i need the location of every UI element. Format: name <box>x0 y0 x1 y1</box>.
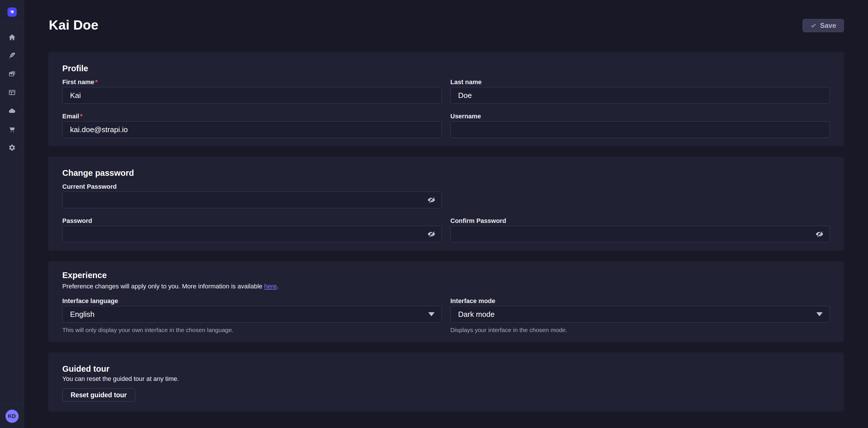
email-field-group: Email* <box>62 113 442 138</box>
first-name-input[interactable] <box>62 87 442 104</box>
interface-mode-value: Dark mode <box>458 310 495 319</box>
toggle-confirm-password-visibility-button[interactable] <box>815 230 824 238</box>
guided-tour-card: Guided tour You can reset the guided tou… <box>48 352 844 411</box>
profile-card: Profile First name* Last name Email* Use… <box>48 52 844 146</box>
interface-language-field-group: Interface language English This will onl… <box>62 297 442 334</box>
profile-card-title: Profile <box>62 63 830 73</box>
interface-mode-select[interactable]: Dark mode <box>451 306 830 322</box>
new-password-field-group: Password <box>62 217 442 242</box>
interface-language-select[interactable]: English <box>62 306 442 322</box>
interface-language-label: Interface language <box>62 297 442 305</box>
sidebar: KD <box>0 0 24 428</box>
username-input[interactable] <box>451 121 830 138</box>
last-name-label: Last name <box>451 79 830 86</box>
chevron-down-icon <box>428 312 435 316</box>
settings-icon[interactable] <box>8 144 16 151</box>
eye-off-icon <box>427 230 435 238</box>
chevron-down-icon <box>816 312 823 316</box>
experience-description: Preference changes will apply only to yo… <box>62 282 830 290</box>
confirm-password-field-group: Confirm Password <box>451 217 830 242</box>
confirm-password-label: Confirm Password <box>451 217 830 225</box>
interface-mode-field-group: Interface mode Dark mode Displays your i… <box>451 297 830 334</box>
current-password-input[interactable] <box>62 192 442 208</box>
save-button-label: Save <box>820 22 836 30</box>
strapi-logo-icon <box>7 7 17 17</box>
interface-mode-helper: Displays your interface in the chosen mo… <box>451 326 830 334</box>
confirm-password-input[interactable] <box>451 226 830 242</box>
current-password-field-group: Current Password <box>62 183 442 208</box>
username-field-group: Username <box>451 113 830 138</box>
required-asterisk: * <box>80 113 83 120</box>
email-label: Email* <box>62 113 442 120</box>
page-header: Kai Doe Save <box>24 0 868 33</box>
home-icon[interactable] <box>8 34 16 41</box>
interface-language-helper: This will only display your own interfac… <box>62 326 442 334</box>
check-icon <box>810 22 817 29</box>
sidebar-user-section: KD <box>0 404 24 428</box>
required-asterisk: * <box>95 79 98 86</box>
change-password-card: Change password Current Password <box>48 156 844 251</box>
last-name-input[interactable] <box>451 87 830 104</box>
content-type-builder-icon[interactable] <box>8 89 16 96</box>
user-avatar[interactable]: KD <box>5 409 19 423</box>
last-name-field-group: Last name <box>451 79 830 104</box>
eye-off-icon <box>815 230 824 238</box>
username-label: Username <box>451 113 830 120</box>
guided-tour-card-title: Guided tour <box>62 364 830 374</box>
password-input[interactable] <box>62 226 442 242</box>
content-area: Profile First name* Last name Email* Use… <box>24 52 868 411</box>
sidebar-nav <box>0 24 24 404</box>
content-manager-icon[interactable] <box>8 52 16 59</box>
email-input[interactable] <box>62 121 442 138</box>
reset-guided-tour-button[interactable]: Reset guided tour <box>62 388 135 402</box>
toggle-current-password-visibility-button[interactable] <box>427 196 436 204</box>
current-password-label: Current Password <box>62 183 442 191</box>
media-library-icon[interactable] <box>8 70 16 78</box>
experience-card: Experience Preference changes will apply… <box>48 261 844 342</box>
first-name-label: First name* <box>62 79 442 86</box>
toggle-password-visibility-button[interactable] <box>427 230 436 238</box>
experience-card-title: Experience <box>62 270 830 280</box>
change-password-card-title: Change password <box>62 168 830 178</box>
interface-language-value: English <box>70 310 94 319</box>
first-name-field-group: First name* <box>62 79 442 104</box>
guided-tour-description: You can reset the guided tour at any tim… <box>62 375 830 382</box>
page-title: Kai Doe <box>49 17 98 33</box>
interface-mode-label: Interface mode <box>451 297 830 305</box>
more-information-link[interactable]: here <box>264 283 277 290</box>
marketplace-icon[interactable] <box>8 125 16 133</box>
password-label: Password <box>62 217 442 225</box>
eye-off-icon <box>427 196 435 204</box>
main-content: Kai Doe Save Profile First name* Last na… <box>24 0 868 428</box>
strapi-logo-link[interactable] <box>0 0 24 24</box>
save-button[interactable]: Save <box>803 19 844 32</box>
cloud-icon[interactable] <box>8 107 16 115</box>
